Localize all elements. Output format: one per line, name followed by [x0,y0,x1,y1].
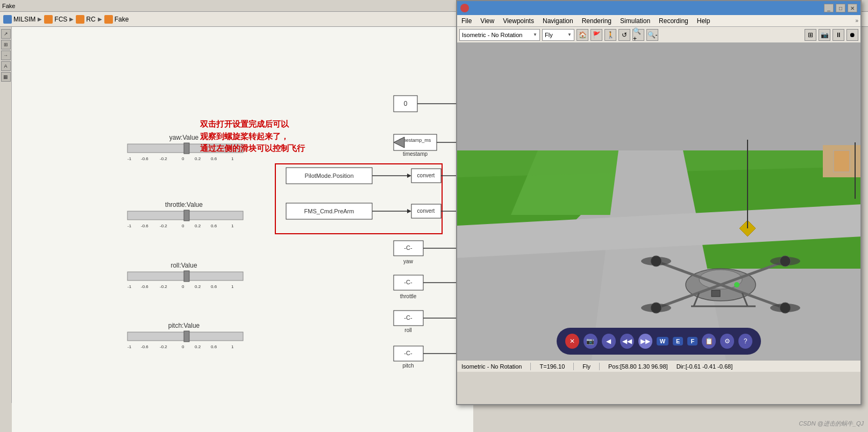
svg-point-101 [651,303,661,313]
annotation-line3: 通过左侧的滑块可以控制飞行 [200,142,305,155]
menu-simulation[interactable]: Simulation [618,16,652,26]
svg-text:-0.2: -0.2 [160,224,167,228]
record-btn[interactable]: ⏺ [846,29,858,41]
fly-label: Fly [545,32,553,38]
viewer-maximize-btn[interactable]: □ [836,4,845,12]
menu-navigation[interactable]: Navigation [540,16,575,26]
svg-text:-0.6: -0.6 [141,224,148,228]
nav-back2-btn[interactable]: ◀◀ [620,334,634,349]
svg-text:-1: -1 [127,284,132,289]
toolbar-btn-4[interactable]: A [1,61,11,71]
fly-arrow: ▼ [567,32,572,37]
svg-marker-16 [407,209,411,213]
reset-btn[interactable]: ↺ [618,29,630,41]
breadcrumb-arrow-3: ▶ [98,16,102,22]
breadcrumb-item-fake[interactable]: Fake [104,15,129,24]
svg-text:roll: roll [404,327,411,333]
breadcrumb-fcs-label: FCS [54,16,67,23]
grid-btn[interactable]: ⊞ [805,29,816,41]
svg-text:convert: convert [417,172,435,178]
svg-point-106 [734,282,739,287]
svg-text:1: 1 [231,224,234,228]
menu-recording[interactable]: Recording [657,16,691,26]
svg-text:-0.6: -0.6 [141,284,148,289]
home-btn[interactable]: 🏠 [577,29,588,41]
pause-btn[interactable]: ⏸ [833,29,844,41]
menu-overflow: » [855,18,858,24]
viewpoint-dropdown[interactable]: Isometric - No Rotation ▼ [459,29,540,41]
simulink-svg: 0 timestamp_ms timestamp PilotMode.Posit… [12,27,473,432]
menu-view[interactable]: View [478,16,496,26]
viewer-minimize-btn[interactable]: _ [824,4,834,12]
fly-dropdown[interactable]: Fly ▼ [542,29,574,41]
breadcrumb-item-milsim[interactable]: MILSIM [3,15,35,24]
nav-close-btn[interactable]: ✕ [565,334,579,349]
nav-settings-btn[interactable]: ⚙ [720,334,734,349]
viewpoint-arrow: ▼ [533,32,537,37]
menu-viewpoints[interactable]: Viewpoints [501,16,536,26]
nav-screenshot-btn[interactable]: 📋 [702,334,716,349]
svg-text:0: 0 [182,156,184,161]
svg-text:0: 0 [182,224,184,228]
svg-rect-38 [184,143,189,154]
svg-text:-1: -1 [127,156,132,161]
svg-text:-0.2: -0.2 [160,344,167,349]
svg-text:pitch: pitch [402,363,414,369]
breadcrumb-arrow-1: ▶ [38,16,42,22]
viewer-title-icon [460,4,469,12]
svg-text:-1: -1 [127,344,132,349]
menu-file[interactable]: File [459,16,474,26]
viewer-close-btn[interactable]: ✕ [848,4,857,12]
nav-f-btn[interactable]: F [687,337,698,345]
breadcrumb-item-rc[interactable]: RC [76,15,95,24]
viewer-menubar: File View Viewpoints Navigation Renderin… [457,15,860,27]
svg-text:-0.6: -0.6 [141,344,148,349]
flag-btn[interactable]: 🚩 [590,29,602,41]
svg-text:0.6: 0.6 [211,344,217,349]
nav-back-btn[interactable]: ◀ [602,334,616,349]
breadcrumb-fake-label: Fake [115,16,129,23]
svg-rect-107 [712,290,720,297]
rc-icon [76,15,84,24]
svg-text:-C-: -C- [404,279,412,285]
status-divider-2 [573,363,574,370]
svg-text:-C-: -C- [404,244,412,251]
svg-point-99 [651,256,661,267]
fake-icon [104,15,113,24]
svg-rect-85 [834,150,850,172]
breadcrumb-item-fcs[interactable]: FCS [44,15,67,24]
milsim-icon [3,15,12,24]
menu-help[interactable]: Help [695,16,713,26]
toolbar-btn-1[interactable]: ↗ [1,29,11,39]
viewer-titlebar: _ □ ✕ [457,1,860,15]
status-viewpoint: Isometric - No Rotation [461,363,522,370]
zoom-in-btn[interactable]: 🔍+ [632,29,644,41]
nav-forward-btn[interactable]: ▶▶ [638,334,652,349]
viewer-statusbar: Isometric - No Rotation T=196.10 Fly Pos… [457,360,860,372]
status-time: T=196.10 [539,363,565,370]
svg-point-102 [780,303,791,313]
viewer-title-buttons: _ □ ✕ [824,4,857,12]
camera-btn[interactable]: 📷 [819,29,830,41]
svg-text:0.2: 0.2 [195,344,201,349]
svg-rect-48 [184,210,189,221]
toolbar-btn-2[interactable]: ⊞ [1,40,11,49]
nav-w-btn[interactable]: W [657,337,668,345]
menu-rendering[interactable]: Rendering [580,16,614,26]
breadcrumb-milsim-label: MILSIM [13,16,35,23]
svg-text:0.2: 0.2 [195,224,201,228]
toolbar-btn-3[interactable]: → [1,51,11,60]
zoom-out-btn[interactable]: 🔍- [646,29,658,41]
annotation-text: 双击打开设置完成后可以 观察到螺旋桨转起来了， 通过左侧的滑块可以控制飞行 [200,118,305,155]
nav-e-btn[interactable]: E [673,337,683,345]
watermark: CSDN @进击的蜗牛_QJ [799,420,864,428]
toolbar-btn-5[interactable]: ▦ [1,72,11,82]
svg-text:-0.2: -0.2 [160,156,167,161]
svg-text:1: 1 [231,284,234,289]
person-btn[interactable]: 🚶 [604,29,616,41]
nav-help-btn[interactable]: ? [738,334,752,349]
svg-text:0.6: 0.6 [211,156,217,161]
svg-text:yaw: yaw [403,258,414,264]
nav-camera-btn[interactable]: 📷 [584,334,597,349]
svg-rect-68 [184,331,189,342]
